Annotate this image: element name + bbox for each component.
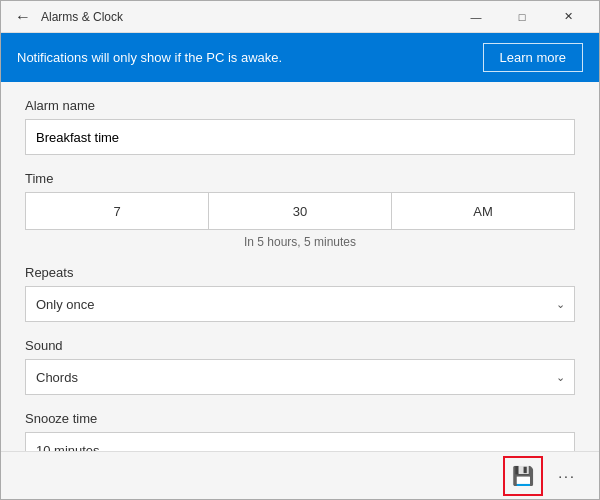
time-label: Time <box>25 171 575 186</box>
save-button[interactable]: 💾 <box>503 456 543 496</box>
minimize-button[interactable]: — <box>453 1 499 33</box>
window-title: Alarms & Clock <box>41 10 453 24</box>
sound-group: Sound Chords Alarm Beep Electronic ⌄ <box>25 338 575 395</box>
app-window: ← Alarms & Clock — □ ✕ Notifications wil… <box>0 0 600 500</box>
repeats-group: Repeats Only once Every day Weekdays Wee… <box>25 265 575 322</box>
snooze-label: Snooze time <box>25 411 575 426</box>
more-icon: ··· <box>558 468 576 484</box>
time-period[interactable]: AM <box>392 193 574 229</box>
learn-more-button[interactable]: Learn more <box>483 43 583 72</box>
sound-label: Sound <box>25 338 575 353</box>
alarm-name-label: Alarm name <box>25 98 575 113</box>
snooze-group: Snooze time 5 minutes 10 minutes 15 minu… <box>25 411 575 451</box>
time-selector: 7 30 AM <box>25 192 575 230</box>
alarm-name-group: Alarm name <box>25 98 575 155</box>
snooze-select[interactable]: 5 minutes 10 minutes 15 minutes 20 minut… <box>25 432 575 451</box>
maximize-button[interactable]: □ <box>499 1 545 33</box>
sound-select[interactable]: Chords Alarm Beep Electronic <box>25 359 575 395</box>
repeats-select[interactable]: Only once Every day Weekdays Weekends <box>25 286 575 322</box>
time-group: Time 7 30 AM In 5 hours, 5 minutes <box>25 171 575 249</box>
window-controls: — □ ✕ <box>453 1 591 33</box>
more-options-button[interactable]: ··· <box>547 456 587 496</box>
close-button[interactable]: ✕ <box>545 1 591 33</box>
notification-text: Notifications will only show if the PC i… <box>17 50 282 65</box>
repeats-label: Repeats <box>25 265 575 280</box>
snooze-wrapper: 5 minutes 10 minutes 15 minutes 20 minut… <box>25 432 575 451</box>
save-icon: 💾 <box>512 465 534 487</box>
time-hint: In 5 hours, 5 minutes <box>25 235 575 249</box>
sound-wrapper: Chords Alarm Beep Electronic ⌄ <box>25 359 575 395</box>
footer: 💾 ··· <box>1 451 599 499</box>
time-minute[interactable]: 30 <box>209 193 392 229</box>
titlebar: ← Alarms & Clock — □ ✕ <box>1 1 599 33</box>
notification-bar: Notifications will only show if the PC i… <box>1 33 599 82</box>
form-content: Alarm name Time 7 30 AM In 5 hours, 5 mi… <box>1 82 599 451</box>
back-button[interactable]: ← <box>9 3 37 31</box>
time-hour[interactable]: 7 <box>26 193 209 229</box>
alarm-name-input[interactable] <box>25 119 575 155</box>
repeats-wrapper: Only once Every day Weekdays Weekends ⌄ <box>25 286 575 322</box>
